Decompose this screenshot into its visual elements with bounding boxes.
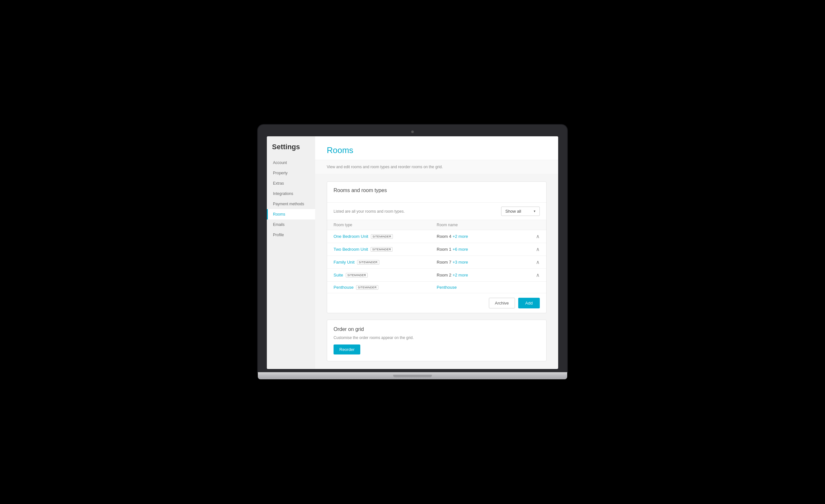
room-name-text: Room 2 +2 more — [437, 273, 468, 278]
rooms-card-title: Rooms and room types — [333, 188, 540, 193]
screen-bezel: Settings Account Property Extras Integra… — [258, 125, 567, 372]
more-link[interactable]: +2 more — [452, 273, 468, 278]
table-row: Suite SITEMINDER Room 2 +2 more ∧ — [327, 269, 546, 282]
page-header: Rooms View and edit rooms and room types… — [315, 136, 558, 174]
rooms-card-header: Rooms and room types — [327, 182, 546, 203]
page-title: Rooms — [327, 145, 546, 155]
sidebar-item-integrations[interactable]: Integrations — [267, 189, 315, 199]
reorder-button[interactable]: Reorder — [333, 345, 360, 355]
chevron-down-icon: ▾ — [534, 209, 536, 213]
more-link[interactable]: +2 more — [452, 234, 468, 239]
settings-title: Settings — [267, 143, 315, 158]
sidebar-item-emails[interactable]: Emails — [267, 219, 315, 230]
archive-button[interactable]: Archive — [489, 298, 515, 308]
sidebar-item-property[interactable]: Property — [267, 168, 315, 178]
sidebar-item-profile[interactable]: Profile — [267, 230, 315, 240]
sidebar-item-extras[interactable]: Extras — [267, 178, 315, 189]
sidebar-item-account[interactable]: Account — [267, 158, 315, 168]
table-row: One Bedroom Unit SITEMINDER Room 4 +2 mo… — [327, 230, 546, 243]
content-area: Rooms and room types Listed are all your… — [315, 174, 558, 369]
col-room-type: Room type — [333, 223, 437, 227]
filter-row: Listed are all your rooms and room types… — [327, 203, 546, 220]
table-row: Two Bedroom Unit SITEMINDER Room 1 +6 mo… — [327, 243, 546, 256]
expand-icon[interactable]: ∧ — [536, 246, 540, 252]
room-type-cell: Penthouse SITEMINDER — [333, 285, 437, 290]
expand-icon[interactable]: ∧ — [536, 259, 540, 265]
table-row: Penthouse SITEMINDER Penthouse — [327, 282, 546, 293]
expand-icon[interactable]: ∧ — [536, 233, 540, 239]
siteminder-badge: SITEMINDER — [357, 260, 379, 265]
order-card: Order on grid Customise the order rooms … — [327, 320, 546, 361]
show-all-dropdown[interactable]: Show all ▾ — [501, 207, 540, 216]
siteminder-badge: SITEMINDER — [356, 285, 378, 290]
add-button[interactable]: Add — [518, 298, 540, 308]
rooms-card: Rooms and room types Listed are all your… — [327, 182, 546, 313]
laptop-shell: Settings Account Property Extras Integra… — [258, 125, 567, 379]
sidebar-item-rooms[interactable]: Rooms — [267, 209, 315, 219]
page-subtitle: View and edit rooms and room types and r… — [315, 160, 558, 174]
room-type-link[interactable]: Family Unit — [333, 260, 355, 265]
room-table: Room type Room name One Bedroom Unit SIT… — [327, 220, 546, 293]
room-name-cell: Room 1 +6 more ∧ — [437, 246, 540, 252]
room-name-text: Room 1 +6 more — [437, 247, 468, 252]
penthouse-room-link[interactable]: Penthouse — [437, 285, 457, 290]
room-type-link[interactable]: Two Bedroom Unit — [333, 247, 368, 252]
siteminder-badge: SITEMINDER — [371, 234, 393, 239]
more-link[interactable]: +3 more — [452, 260, 468, 265]
table-header: Room type Room name — [327, 220, 546, 230]
room-name-text: Room 4 +2 more — [437, 234, 468, 239]
order-title: Order on grid — [333, 327, 540, 332]
filter-label: Listed are all your rooms and room types… — [333, 209, 405, 214]
room-type-cell: Family Unit SITEMINDER — [333, 260, 437, 265]
filter-value: Show all — [505, 209, 521, 214]
room-name-cell: Room 7 +3 more ∧ — [437, 259, 540, 265]
laptop-base — [258, 372, 567, 379]
sidebar: Settings Account Property Extras Integra… — [267, 136, 315, 369]
room-type-cell: One Bedroom Unit SITEMINDER — [333, 234, 437, 239]
main-content: Rooms View and edit rooms and room types… — [315, 136, 558, 369]
room-name-cell: Room 2 +2 more ∧ — [437, 272, 540, 278]
room-type-cell: Suite SITEMINDER — [333, 273, 437, 278]
more-link[interactable]: +6 more — [452, 247, 468, 252]
room-type-link[interactable]: One Bedroom Unit — [333, 234, 368, 239]
room-name-text: Room 7 +3 more — [437, 260, 468, 265]
camera-dot — [411, 131, 414, 133]
room-type-link[interactable]: Suite — [333, 273, 343, 278]
siteminder-badge: SITEMINDER — [371, 247, 393, 252]
expand-icon[interactable]: ∧ — [536, 272, 540, 278]
table-row: Family Unit SITEMINDER Room 7 +3 more — [327, 256, 546, 269]
laptop-notch — [393, 375, 432, 377]
sidebar-item-payment-methods[interactable]: Payment methods — [267, 199, 315, 209]
card-footer: Archive Add — [327, 293, 546, 313]
laptop-screen: Settings Account Property Extras Integra… — [267, 136, 558, 369]
siteminder-badge: SITEMINDER — [346, 273, 368, 278]
app-container: Settings Account Property Extras Integra… — [267, 136, 558, 369]
room-name-cell: Penthouse — [437, 285, 540, 290]
order-subtitle: Customise the order rooms appear on the … — [333, 336, 540, 340]
room-type-link[interactable]: Penthouse — [333, 285, 354, 290]
room-name-cell: Room 4 +2 more ∧ — [437, 233, 540, 239]
col-room-name: Room name — [437, 223, 540, 227]
room-type-cell: Two Bedroom Unit SITEMINDER — [333, 247, 437, 252]
